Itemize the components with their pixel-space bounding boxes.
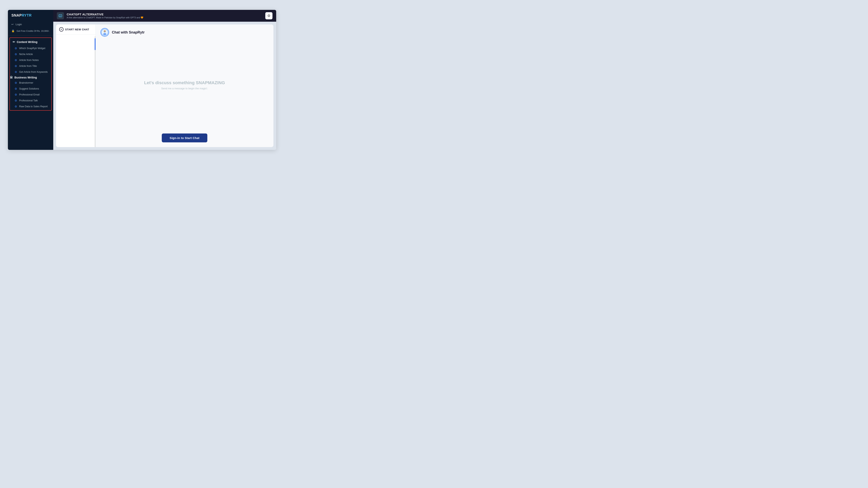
pen-icon: ✏	[12, 40, 15, 44]
scroll-indicator	[95, 36, 95, 147]
start-new-chat-label: START NEW CHAT	[65, 28, 89, 31]
topbar-subtitle: A free alternative to ChatGPT. Made in P…	[67, 17, 144, 19]
gear-icon-5: ⚙	[14, 70, 17, 73]
chat-empty-title: Let's discuss something SNAPMAZING	[144, 80, 225, 86]
chat-empty-state: Let's discuss something SNAPMAZING Send …	[144, 37, 225, 133]
sub-item-label: Professional Email	[19, 93, 40, 96]
start-new-chat-button[interactable]: + START NEW CHAT	[56, 25, 95, 34]
topbar: CHATGPT ALTERNATIVE A free alternative t…	[53, 10, 276, 22]
business-writing-label: Business Writing	[14, 76, 37, 79]
logo-rytr: RYTR	[22, 13, 32, 18]
gear-icon-1: ⚙	[14, 47, 17, 50]
sidebar-item-brainstormer[interactable]: ⚙ Brainstormer	[10, 80, 51, 86]
sub-item-label: Article from Title	[19, 65, 37, 67]
credits-label: Get Free Credits Of Rs. 19,000/-	[17, 30, 49, 32]
login-icon: ↩	[11, 23, 13, 26]
chat-panel: Chat with SnapRytr Let's discuss somethi…	[95, 25, 273, 147]
chat-avatar	[100, 28, 109, 37]
scroll-thumb	[95, 38, 95, 50]
svg-point-4	[103, 33, 106, 35]
business-writing-section-label: 🏛 Business Writing	[10, 75, 51, 80]
sidebar-credits[interactable]: 🔒 Get Free Credits Of Rs. 19,000/-	[8, 28, 53, 34]
sidebar-item-get-article-from-keywords[interactable]: ⚙ Get Article from Keywords	[10, 69, 51, 75]
gear-icon-3: ⚙	[14, 59, 17, 62]
sidebar-highlighted-section: ✏ Content Writing ⚙ Which SnapRytr Widge…	[9, 37, 52, 110]
sidebar-item-suggest-solutions[interactable]: ⚙ Suggest Solutions	[10, 86, 51, 92]
sign-in-button[interactable]: Sign-in to Start Chat	[162, 133, 207, 142]
sidebar-login[interactable]: ↩ Login	[8, 21, 53, 28]
sub-item-label: Raw Data to Sales Report	[19, 105, 48, 108]
sub-item-label: Niche Article	[19, 53, 33, 56]
building-icon: 🏛	[10, 76, 13, 79]
heart-icon: 🧡	[141, 17, 144, 19]
sub-item-label: Get Article from Keywords	[19, 71, 48, 73]
lock-icon: 🔒	[11, 29, 14, 32]
content-writing-section-label: ✏ Content Writing	[10, 39, 51, 45]
main-content: + START NEW CHAT	[53, 22, 276, 150]
content-writing-label: Content Writing	[17, 40, 37, 43]
sidebar-item-professional-email[interactable]: ⚙ Professional Email	[10, 92, 51, 98]
sidebar-item-article-from-title[interactable]: ⚙ Article from Title	[10, 63, 51, 69]
gear-icon-10: ⚙	[14, 105, 17, 108]
sub-item-label: Which SnapRytr Widget	[19, 47, 45, 50]
chat-title: Chat with SnapRytr	[112, 30, 145, 34]
right-panel: CHATGPT ALTERNATIVE A free alternative t…	[53, 10, 276, 150]
chat-header: Chat with SnapRytr	[100, 28, 145, 37]
gear-icon-settings: ⚙	[267, 13, 271, 18]
sidebar-item-professional-talk[interactable]: ⚙ Professional Talk	[10, 98, 51, 103]
app-logo: SNAPRYTR	[8, 13, 53, 21]
sidebar-item-article-from-notes[interactable]: ⚙ Article from Notes	[10, 57, 51, 63]
topbar-badge-icon	[57, 12, 64, 19]
gear-icon-6: ⚙	[14, 81, 17, 85]
gear-icon-9: ⚙	[14, 99, 17, 102]
sub-item-label: Professional Talk	[19, 99, 38, 102]
topbar-text: CHATGPT ALTERNATIVE A free alternative t…	[67, 12, 144, 19]
sub-item-label: Article from Notes	[19, 59, 39, 62]
login-label: Login	[16, 23, 22, 26]
logo-snap: SNAP	[11, 13, 22, 18]
chat-list-scroll[interactable]	[56, 34, 95, 147]
topbar-title: CHATGPT ALTERNATIVE	[67, 12, 144, 16]
settings-button[interactable]: ⚙	[265, 12, 273, 20]
gear-icon-8: ⚙	[14, 93, 17, 96]
sub-item-label: Suggest Solutions	[19, 87, 39, 90]
sidebar-item-niche-article[interactable]: ⚙ Niche Article	[10, 51, 51, 57]
chat-empty-subtitle: Send me a message to begin the magic!.	[161, 87, 208, 90]
plus-icon: +	[59, 27, 64, 32]
gear-icon-2: ⚙	[14, 53, 17, 56]
app-wrapper: SNAPRYTR ↩ Login 🔒 Get Free Credits Of R…	[8, 10, 276, 150]
sidebar-item-raw-data-to-sales-report[interactable]: ⚙ Raw Data to Sales Report	[10, 103, 51, 109]
sidebar: SNAPRYTR ↩ Login 🔒 Get Free Credits Of R…	[8, 10, 53, 150]
chat-list-panel: + START NEW CHAT	[56, 25, 95, 147]
sidebar-item-which-snaprytr-widget[interactable]: ⚙ Which SnapRytr Widget	[10, 45, 51, 51]
gear-icon-7: ⚙	[14, 87, 17, 90]
sub-item-label: Brainstormer	[19, 82, 33, 84]
gear-icon-4: ⚙	[14, 64, 17, 68]
